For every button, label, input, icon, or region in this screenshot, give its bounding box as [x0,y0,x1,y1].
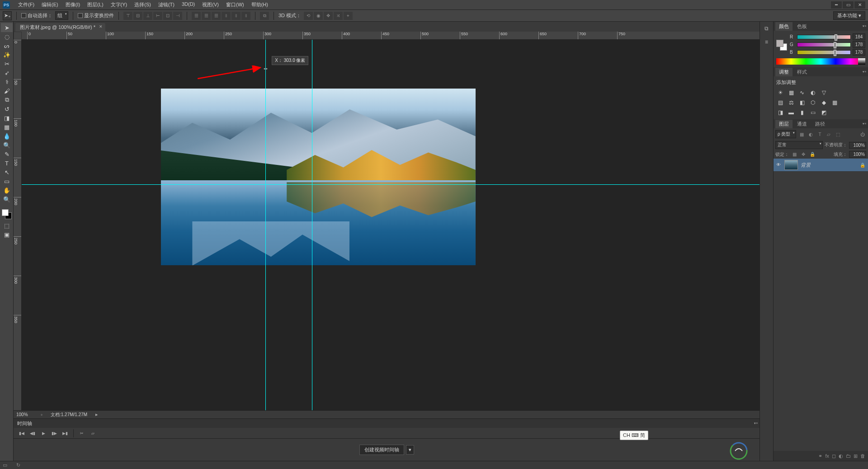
document-tab[interactable]: 图片素材.jpeg @ 100%(RGB/8#) * ✕ [15,23,105,32]
magic-wand-tool[interactable]: ✨ [1,50,13,59]
color-lookup-icon[interactable]: ▦ [830,98,839,107]
visibility-icon[interactable]: 👁 [776,162,782,168]
play-icon[interactable]: ▶ [39,430,48,437]
color-balance-icon[interactable]: ⚖ [787,98,795,107]
close-tab-icon[interactable]: ✕ [99,24,103,29]
ruler-origin[interactable] [14,32,22,40]
move-tool[interactable]: ➤ [1,23,13,32]
red-slider[interactable] [797,35,851,39]
selective-color-icon[interactable]: ◩ [820,108,828,117]
new-layer-icon[interactable]: ⊞ [854,453,858,459]
blue-value[interactable]: 178 [853,49,865,56]
color-tab[interactable]: 颜色 [775,22,793,31]
panel-menu-icon[interactable]: ▾≡ [863,70,866,74]
timeline-menu-icon[interactable]: ▾≡ [754,422,758,425]
mini-bridge-icon[interactable]: ▭ [3,462,11,469]
green-slider[interactable] [797,42,851,47]
quick-mask-tool[interactable]: ⬚ [1,221,13,230]
zoom-3d-icon[interactable]: ⌖ [344,12,353,20]
last-frame-icon[interactable]: ▶▮ [61,430,70,437]
filter-adj-icon[interactable]: ◐ [807,131,814,137]
foreground-color-icon[interactable] [2,209,9,216]
history-brush-tool[interactable]: ↺ [1,104,13,113]
menu-item[interactable]: 帮助(H) [248,0,272,9]
align-vcenter-icon[interactable]: ⊟ [133,12,142,20]
vibrance-icon[interactable]: ▽ [820,89,828,97]
brightness-icon[interactable]: ☀ [776,89,784,97]
distribute-vcenter-icon[interactable]: ☰ [202,12,211,20]
gradient-map-icon[interactable]: ▭ [809,108,817,117]
panel-menu-icon[interactable]: ▾≡ [863,122,866,126]
menu-item[interactable]: 3D(D) [178,0,198,9]
threshold-icon[interactable]: ▮ [798,108,806,117]
photo-filter-icon[interactable]: ⬡ [809,98,817,107]
distribute-top-icon[interactable]: ☰ [192,12,201,20]
shape-tool[interactable]: ▭ [1,177,13,186]
filter-pixel-icon[interactable]: ▦ [798,131,805,137]
paths-tab[interactable]: 路径 [811,120,829,128]
sync-icon[interactable]: ↻ [16,462,24,469]
minimize-button[interactable]: ━ [831,1,842,9]
menu-item[interactable]: 滤镜(T) [155,0,178,9]
exposure-icon[interactable]: ◐ [809,89,817,97]
menu-item[interactable]: 窗口(W) [222,0,248,9]
transition-icon[interactable]: ▱ [88,430,97,437]
dodge-tool[interactable]: 🔍 [1,141,13,150]
blend-mode-dropdown[interactable]: 正常 [775,141,823,149]
roll-3d-icon[interactable]: ◉ [314,12,323,20]
workspace-switcher[interactable]: 基本功能 ▾ [833,11,865,20]
canvas[interactable]: X： 303.0 像素 ↔ [22,40,760,410]
layers-tab[interactable]: 图层 [775,120,793,128]
zoom-level[interactable]: 100% [16,412,33,417]
levels-icon[interactable]: ▦ [787,89,795,97]
distribute-right-icon[interactable]: ⦀ [241,12,250,20]
pan-3d-icon[interactable]: ✥ [324,12,333,20]
layer-row[interactable]: 👁 背景 🔒 [774,159,868,172]
blur-tool[interactable]: 💧 [1,131,13,141]
eraser-tool[interactable]: ◨ [1,113,13,122]
close-button[interactable]: ✕ [854,1,865,9]
properties-panel-icon[interactable]: ≡ [762,37,772,47]
horizontal-ruler[interactable]: -150-100-5005010015020025030035040045050… [22,32,760,40]
type-tool[interactable]: T [1,159,13,168]
hue-icon[interactable]: ▤ [776,98,784,107]
layer-name[interactable]: 背景 [801,162,857,169]
align-bottom-icon[interactable]: ⊥ [143,12,152,20]
swatches-tab[interactable]: 色板 [793,22,811,31]
delete-layer-icon[interactable]: 🗑 [860,453,865,459]
link-layers-icon[interactable]: ⚭ [818,453,822,459]
crop-tool[interactable]: ✂ [1,59,13,68]
menu-item[interactable]: 图层(L) [84,0,107,9]
green-value[interactable]: 178 [853,41,865,48]
auto-align-icon[interactable]: ⧉ [260,12,269,20]
slide-3d-icon[interactable]: ⤭ [334,12,343,20]
auto-select-dropdown[interactable]: 组 [55,11,68,20]
history-panel-icon[interactable]: ⧉ [762,23,772,33]
eyedropper-tool[interactable]: ➶ [1,68,13,77]
path-select-tool[interactable]: ↖ [1,168,13,177]
auto-select-checkbox[interactable]: 自动选择： [21,12,52,19]
distribute-bottom-icon[interactable]: ☰ [212,12,221,20]
distribute-hcenter-icon[interactable]: ⦀ [231,12,241,20]
blue-slider[interactable] [797,50,851,55]
healing-tool[interactable]: ⚕ [1,77,13,86]
lock-position-icon[interactable]: ✥ [800,151,807,158]
marquee-tool[interactable]: ◌ [1,32,13,41]
align-top-icon[interactable]: ⊤ [123,12,132,20]
lock-all-icon[interactable]: 🔒 [809,151,816,158]
color-swatch[interactable] [776,40,787,51]
menu-item[interactable]: 视图(V) [198,0,222,9]
panel-menu-icon[interactable]: ▾≡ [863,24,866,28]
first-frame-icon[interactable]: ▮◀ [17,430,26,437]
orbit-3d-icon[interactable]: ⟲ [304,12,313,20]
lasso-tool[interactable]: ᔕ [1,41,13,50]
doc-info-caret-icon[interactable]: ▶ [95,413,98,417]
maximize-button[interactable]: ▭ [843,1,854,9]
posterize-icon[interactable]: ▬ [787,108,795,117]
filter-smart-icon[interactable]: ⬚ [834,131,841,137]
menu-item[interactable]: 文字(Y) [107,0,131,9]
align-hcenter-icon[interactable]: ⊡ [163,12,172,20]
gradient-tool[interactable]: ▦ [1,122,13,131]
channels-tab[interactable]: 通道 [793,120,811,128]
bw-icon[interactable]: ◧ [798,98,806,107]
